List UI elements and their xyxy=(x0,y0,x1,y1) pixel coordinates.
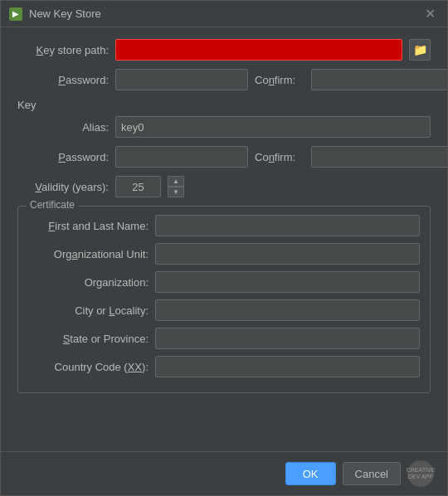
alias-input[interactable] xyxy=(115,116,431,138)
key-password-input[interactable] xyxy=(115,146,248,168)
cancel-button[interactable]: Cancel xyxy=(343,462,401,485)
country-code-row: Country Code (XX): xyxy=(28,356,420,377)
app-icon: ▶ xyxy=(9,7,22,21)
keystore-path-label: Key store path: xyxy=(17,44,109,56)
key-password-row: Password: Confirm: xyxy=(17,146,431,168)
dialog-footer: OK Cancel CREATIVEDEV APP xyxy=(1,451,447,495)
first-last-name-label: First and Last Name: xyxy=(28,220,149,232)
browse-button[interactable]: 📁 xyxy=(409,39,431,61)
state-row: State or Province: xyxy=(28,328,420,349)
org-input[interactable] xyxy=(155,271,420,293)
ok-button[interactable]: OK xyxy=(285,462,336,485)
city-label: City or Locality: xyxy=(28,304,149,317)
dialog-title: New Key Store xyxy=(29,7,101,20)
title-bar: ▶ New Key Store ✕ xyxy=(1,1,447,27)
spin-down-button[interactable]: ▼ xyxy=(168,187,184,197)
spin-up-button[interactable]: ▲ xyxy=(168,176,184,187)
city-input[interactable] xyxy=(155,299,420,321)
key-section-label: Key xyxy=(17,99,431,111)
org-label: Organization: xyxy=(28,276,149,289)
country-code-input[interactable] xyxy=(155,356,420,377)
certificate-title: Certificate xyxy=(27,199,78,211)
key-password-label: Password: xyxy=(17,151,109,163)
confirm-input[interactable] xyxy=(311,69,447,90)
confirm-label: Confirm: xyxy=(255,74,304,86)
org-unit-input[interactable] xyxy=(155,243,420,265)
dialog-content: Key store path: 📁 Password: Confirm: Key… xyxy=(1,27,447,451)
certificate-section: Certificate First and Last Name: Organiz… xyxy=(17,206,431,393)
state-input[interactable] xyxy=(155,328,420,349)
keystore-path-row: Key store path: 📁 xyxy=(17,39,431,61)
password-label: Password: xyxy=(17,74,109,86)
password-row: Password: Confirm: xyxy=(17,69,431,90)
org-row: Organization: xyxy=(28,271,420,293)
password-input[interactable] xyxy=(115,69,248,90)
first-last-name-row: First and Last Name: xyxy=(28,215,420,236)
validity-row: Validity (years): ▲ ▼ xyxy=(17,176,431,197)
country-code-label: Country Code (XX): xyxy=(28,361,149,373)
org-unit-label: Organizational Unit: xyxy=(28,248,149,260)
close-button[interactable]: ✕ xyxy=(421,6,439,22)
watermark-logo: CREATIVEDEV APP xyxy=(407,460,434,487)
validity-label: Validity (years): xyxy=(17,181,109,193)
alias-label: Alias: xyxy=(17,121,109,134)
new-key-store-dialog: ▶ New Key Store ✕ Key store path: 📁 Pass… xyxy=(0,0,448,496)
first-last-name-input[interactable] xyxy=(155,215,420,236)
key-confirm-label: Confirm: xyxy=(255,151,304,163)
org-unit-row: Organizational Unit: xyxy=(28,243,420,265)
key-confirm-input[interactable] xyxy=(311,146,447,168)
validity-input[interactable] xyxy=(115,176,161,197)
alias-row: Alias: xyxy=(17,116,431,138)
city-row: City or Locality: xyxy=(28,299,420,321)
state-label: State or Province: xyxy=(28,333,149,345)
keystore-path-input[interactable] xyxy=(115,39,402,61)
validity-spinner: ▲ ▼ xyxy=(168,176,184,197)
